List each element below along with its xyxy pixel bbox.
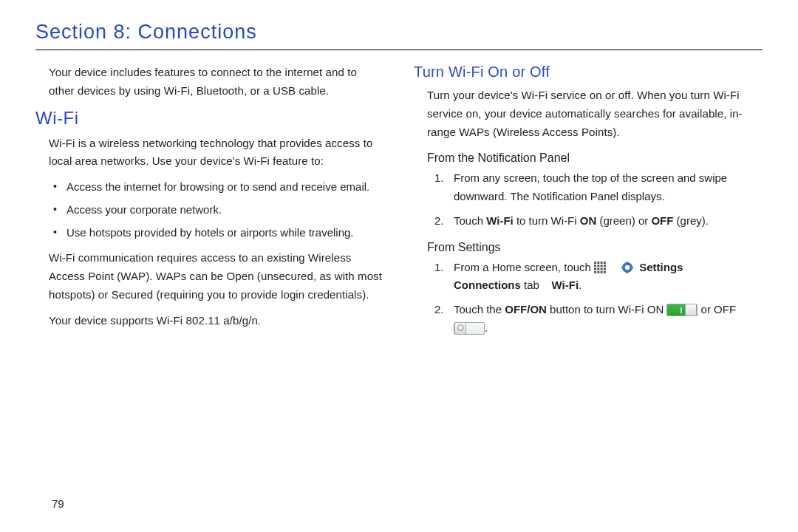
wifi-description: Wi-Fi is a wireless networking technolog… xyxy=(35,134,384,171)
step-item: From any screen, touch the top of the sc… xyxy=(439,169,763,206)
wifi-label: Wi-Fi xyxy=(486,214,514,227)
wifi-heading: Wi-Fi xyxy=(35,108,384,129)
text: Touch xyxy=(454,214,486,227)
section-divider xyxy=(35,50,763,50)
off-on-label: OFF/ON xyxy=(505,303,547,316)
right-column: Turn Wi-Fi On or Off Turn your device's … xyxy=(414,64,763,344)
svg-rect-5 xyxy=(597,265,599,267)
toggle-on-icon: I xyxy=(666,304,698,316)
svg-rect-1 xyxy=(597,262,599,264)
intro-paragraph: Your device includes features to connect… xyxy=(35,64,384,100)
left-column: Your device includes features to connect… xyxy=(35,64,384,344)
toggle-off-icon xyxy=(454,322,485,335)
svg-rect-0 xyxy=(594,262,596,264)
svg-rect-18 xyxy=(627,262,628,264)
svg-rect-2 xyxy=(601,262,603,264)
svg-rect-6 xyxy=(601,265,603,267)
notification-steps: From any screen, touch the top of the sc… xyxy=(414,169,763,230)
text: to turn Wi-Fi xyxy=(514,214,580,227)
text: . xyxy=(579,279,582,291)
text: tab xyxy=(521,279,542,291)
svg-rect-21 xyxy=(631,267,633,268)
page-number: 79 xyxy=(52,497,64,510)
svg-point-17 xyxy=(625,265,630,269)
text: or OFF xyxy=(701,303,737,316)
apps-grid-icon xyxy=(594,261,606,273)
connections-tab-label: Connections xyxy=(454,279,521,291)
svg-rect-14 xyxy=(601,270,603,273)
settings-gear-icon xyxy=(621,261,633,273)
settings-steps: From a Home screen, touch xyxy=(414,259,763,338)
svg-rect-20 xyxy=(621,267,624,268)
section-title: Section 8: Connections xyxy=(35,21,763,44)
text: button to turn Wi-Fi ON xyxy=(547,303,667,316)
step-item: From a Home screen, touch xyxy=(439,259,763,296)
wifi-feature-list: Access the internet for browsing or to s… xyxy=(35,178,384,242)
text: Touch the xyxy=(454,303,505,316)
step-item: Touch Wi-Fi to turn Wi-Fi ON (green) or … xyxy=(439,212,763,231)
svg-rect-9 xyxy=(597,267,599,270)
from-settings-heading: From Settings xyxy=(414,241,763,254)
from-notification-heading: From the Notification Panel xyxy=(414,151,763,165)
list-item: Access the internet for browsing or to s… xyxy=(58,178,384,197)
svg-rect-11 xyxy=(604,267,606,270)
list-item: Access your corporate network. xyxy=(58,201,384,219)
wifi-label: Wi-Fi xyxy=(552,279,579,291)
svg-rect-19 xyxy=(627,271,628,273)
text: (green) or xyxy=(596,214,651,227)
two-column-layout: Your device includes features to connect… xyxy=(35,64,763,344)
step-item: Touch the OFF/ON button to turn Wi-Fi ON… xyxy=(439,301,763,338)
settings-label: Settings xyxy=(639,261,683,273)
svg-rect-7 xyxy=(604,265,606,267)
on-label: ON xyxy=(580,214,597,227)
svg-rect-15 xyxy=(604,270,606,273)
text: (grey). xyxy=(673,214,709,227)
wifi-standards-paragraph: Your device supports Wi-Fi 802.11 a/b/g/… xyxy=(35,312,384,330)
svg-rect-3 xyxy=(604,262,606,264)
turn-wifi-heading: Turn Wi-Fi On or Off xyxy=(414,64,763,81)
text: From a Home screen, touch xyxy=(454,261,594,273)
text: . xyxy=(485,321,488,334)
off-label: OFF xyxy=(651,214,673,227)
wifi-wap-paragraph: Wi-Fi communication requires access to a… xyxy=(35,249,384,304)
svg-rect-8 xyxy=(594,267,596,270)
svg-rect-12 xyxy=(594,270,596,273)
turn-wifi-paragraph: Turn your device's Wi-Fi service on or o… xyxy=(414,86,763,141)
svg-rect-13 xyxy=(597,270,599,273)
list-item: Use hotspots provided by hotels or airpo… xyxy=(58,224,384,242)
svg-rect-4 xyxy=(594,265,596,267)
svg-rect-10 xyxy=(601,267,603,270)
